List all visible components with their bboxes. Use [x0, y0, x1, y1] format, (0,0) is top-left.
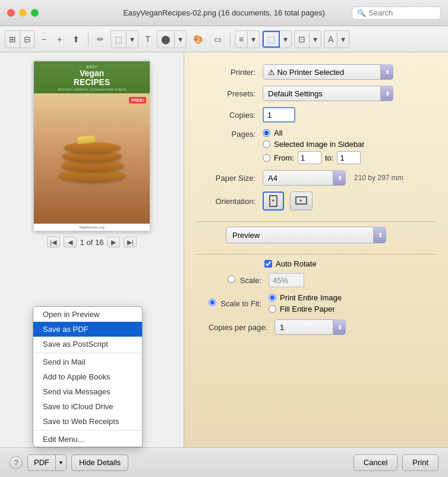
menu-item-send-messages[interactable]: Send via Messages — [33, 384, 142, 399]
pages-label: Pages: — [196, 128, 255, 139]
doc-footer: VegRecipes.org — [34, 224, 150, 231]
menu-separator-2 — [33, 430, 142, 431]
pages-selected-radio[interactable] — [263, 140, 270, 148]
window-title: EasyVeganRecipes-02.png (16 documents, 1… — [123, 8, 325, 17]
preview-select[interactable]: Preview — [226, 227, 386, 243]
scale-to-fit-radio-group: Print Entire Image Fill Entire Paper — [269, 293, 342, 313]
crop-btn[interactable]: ⊡ — [295, 31, 310, 48]
doc-image-area: FREE! — [34, 93, 150, 224]
next-page-btn[interactable]: ▶ — [107, 237, 120, 247]
menu-item-edit-menu[interactable]: Edit Menu… — [33, 432, 142, 447]
scale-radio[interactable] — [228, 275, 235, 283]
search-box[interactable]: 🔍 — [352, 7, 441, 20]
doc-recipes-label: RECIPES — [74, 77, 110, 87]
zoom-out-btn[interactable]: − — [37, 31, 51, 48]
fill-paper-radio[interactable] — [269, 305, 276, 313]
print-button[interactable]: Print — [402, 454, 438, 471]
border-arrow-btn[interactable]: ▾ — [280, 31, 291, 48]
two-page-btn[interactable]: ⊟ — [20, 31, 34, 48]
portrait-icon — [269, 195, 278, 207]
orientation-control — [263, 192, 436, 211]
menu-item-save-pdf[interactable]: Save as PDF — [33, 322, 142, 337]
scale-row: Scale: — [196, 273, 436, 287]
presets-select[interactable]: Default Settings — [263, 86, 393, 101]
titlebar: EasyVeganRecipes-02.png (16 documents, 1… — [0, 0, 448, 26]
hide-details-button[interactable]: Hide Details — [71, 454, 128, 471]
doc-subtitle-label: delicious, nutritious, compassionate cui… — [36, 87, 147, 91]
first-page-btn[interactable]: |◀ — [47, 237, 60, 247]
search-icon: 🔍 — [357, 9, 366, 17]
pages-to-input[interactable] — [337, 151, 361, 164]
menu-item-save-postscript[interactable]: Save as PostScript — [33, 337, 142, 352]
crop-arrow-btn[interactable]: ▾ — [310, 31, 321, 48]
menu-item-send-mail[interactable]: Send in Mail — [33, 354, 142, 369]
upload-btn[interactable]: ⬆ — [68, 31, 84, 48]
settings-divider-1 — [196, 221, 436, 222]
auto-rotate-checkbox[interactable] — [264, 260, 272, 268]
shape-btn[interactable]: ⬤ — [157, 31, 175, 48]
portrait-btn[interactable] — [263, 192, 284, 211]
pdf-button[interactable]: PDF — [27, 454, 56, 471]
pages-from-input[interactable] — [298, 151, 321, 164]
pages-all-label: All — [274, 128, 282, 137]
preview-control: Preview ⬍ — [226, 227, 436, 243]
copies-per-page-select[interactable]: 1 2 4 — [275, 319, 346, 335]
single-page-btn[interactable]: ⊞ — [5, 31, 20, 48]
select-btn[interactable]: ⬚ — [111, 31, 127, 48]
page-counter: 1 of 16 — [80, 238, 104, 247]
border-btn[interactable]: ⬚ — [263, 31, 280, 48]
pages-from-radio[interactable] — [263, 154, 270, 162]
menu-item-icloud-drive[interactable]: Save to iCloud Drive — [33, 399, 142, 414]
pages-radio-group: All Selected Image in Sidebar From: to: — [263, 128, 364, 164]
shape-arrow-btn[interactable]: ▾ — [175, 31, 186, 48]
presets-dropdown-wrapper: Default Settings ⬍ — [263, 86, 393, 101]
window-controls — [7, 9, 39, 17]
rect-btn[interactable]: ▭ — [210, 31, 226, 48]
menu-item-open-preview[interactable]: Open in Preview — [33, 307, 142, 322]
select-arrow-btn[interactable]: ▾ — [127, 31, 138, 48]
menu-item-web-receipts[interactable]: Save to Web Receipts — [33, 414, 142, 429]
presets-control: Default Settings ⬍ — [263, 86, 436, 101]
minimize-button[interactable] — [19, 9, 27, 17]
color-btn[interactable]: 🎨 — [189, 31, 207, 48]
printer-select[interactable]: ⚠ No Printer Selected — [263, 64, 393, 80]
pages-all-radio[interactable] — [263, 129, 270, 137]
maximize-button[interactable] — [31, 9, 39, 17]
pen-btn[interactable]: ✏ — [93, 31, 108, 48]
print-entire-radio[interactable] — [269, 294, 276, 302]
print-entire-label: Print Entire Image — [280, 293, 342, 302]
landscape-btn[interactable] — [290, 192, 313, 211]
cancel-button[interactable]: Cancel — [354, 454, 397, 471]
printer-dropdown-wrapper: ⚠ No Printer Selected ⬍ — [263, 64, 393, 80]
scale-input[interactable] — [269, 273, 304, 287]
search-input[interactable] — [368, 8, 436, 17]
printer-label: Printer: — [196, 68, 255, 77]
align-btn[interactable]: ≡ — [235, 31, 248, 48]
select-group: ⬚ ▾ — [111, 30, 138, 48]
crop-group: ⊡ ▾ — [294, 30, 321, 48]
last-page-btn[interactable]: ▶| — [124, 237, 137, 247]
help-button[interactable]: ? — [10, 456, 23, 469]
free-badge: FREE! — [129, 97, 146, 103]
paper-size-select[interactable]: A4 — [263, 170, 346, 186]
align-arrow-btn[interactable]: ▾ — [248, 31, 259, 48]
orientation-row: Orientation: — [196, 192, 436, 211]
close-button[interactable] — [7, 9, 15, 17]
menu-item-apple-books[interactable]: Add to Apple Books — [33, 369, 142, 384]
zoom-in-btn[interactable]: + — [53, 31, 66, 48]
print-entire-row: Print Entire Image — [269, 293, 342, 302]
fill-paper-row: Fill Entire Paper — [269, 305, 342, 313]
pdf-arrow-button[interactable]: ▾ — [56, 454, 67, 471]
text-btn[interactable]: T — [141, 31, 154, 48]
prev-page-btn[interactable]: ◀ — [64, 237, 77, 247]
printer-row: Printer: ⚠ No Printer Selected ⬍ — [196, 64, 436, 80]
scale-to-fit-radio[interactable] — [209, 299, 216, 306]
doc-inner: EASY Vegan RECIPES delicious, nutritious… — [34, 61, 150, 231]
align-group: ≡ ▾ — [235, 30, 260, 48]
pages-selected-row: Selected Image in Sidebar — [263, 140, 364, 149]
font-btn[interactable]: A — [324, 31, 337, 48]
font-arrow-btn[interactable]: ▾ — [337, 31, 349, 48]
copies-per-page-dropdown-wrapper: 1 2 4 ⬍ — [275, 319, 346, 335]
copies-input[interactable] — [263, 107, 295, 123]
shape-group: ⬤ ▾ — [157, 30, 187, 48]
